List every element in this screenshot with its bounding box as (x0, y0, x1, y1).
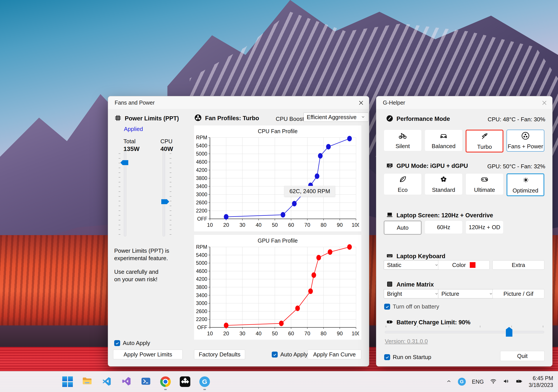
gpu-button-label: Standard (432, 187, 455, 193)
battery-slider-ticks (386, 326, 543, 327)
svg-text:40: 40 (256, 331, 262, 336)
gpu-button-eco[interactable]: Eco (384, 173, 422, 195)
svg-text:3400: 3400 (196, 183, 207, 189)
auto-apply-fan-checkbox[interactable]: Auto Apply (272, 351, 308, 358)
battery-charge-heading: Battery Charge Limit: 90% (396, 319, 471, 326)
gpu-temp-fan-status: GPU: 50°C - Fan: 32% (487, 163, 545, 170)
taskbar-icon-diamonds-app[interactable] (179, 376, 191, 387)
windows-start-icon (62, 376, 73, 387)
svg-text:80: 80 (321, 222, 327, 228)
cpu-fan-chart[interactable]: CPU Fan Profile 102030405060708090100OFF… (194, 125, 361, 231)
taskbar-icon-file-explorer[interactable] (81, 376, 93, 387)
svg-text:4600: 4600 (196, 268, 207, 274)
speaker-icon[interactable] (503, 378, 509, 385)
keyboard-mode-dropdown[interactable]: Static (384, 260, 442, 270)
total-power-slider[interactable] (118, 152, 132, 236)
screen-button-label: Auto (397, 224, 409, 231)
close-icon (541, 100, 548, 107)
cpu-fan-curve-plot[interactable]: 102030405060708090100OFF2200260030003400… (196, 134, 359, 229)
ghelper-close-button[interactable] (539, 98, 550, 108)
version-link[interactable]: Version: 0.31.0.0 (385, 338, 428, 345)
performance-mode-header: Performance Mode (386, 115, 450, 123)
performance-button-silent[interactable]: Silent (384, 130, 422, 151)
auto-apply-power-checkbox[interactable]: Auto Apply (114, 340, 150, 347)
svg-text:OFF: OFF (197, 325, 207, 330)
svg-text:5400: 5400 (196, 252, 207, 258)
picture-gif-button[interactable]: Picture / Gif (492, 289, 544, 298)
keyboard-mode-value: Static (387, 262, 435, 268)
performance-button-turbo[interactable]: Turbo (466, 130, 503, 152)
gpu-button-ultimate[interactable]: Ultimate (466, 173, 503, 195)
ghelper-titlebar[interactable]: G-Helper (376, 96, 552, 109)
cpu-power-slider[interactable] (158, 152, 172, 236)
gpu-fan-chart[interactable]: GPU Fan Profile 102030405060708090100OFF… (194, 235, 361, 340)
gpu-button-standard[interactable]: Standard (425, 173, 462, 195)
checkbox-checked-icon (384, 354, 390, 360)
taskbar-icon-vscode[interactable] (101, 376, 113, 387)
svg-text:30: 30 (239, 331, 245, 336)
gpu-button-optimized[interactable]: Optimized (506, 173, 544, 196)
gpu-fan-curve-plot[interactable]: 102030405060708090100OFF2200260030003400… (196, 244, 359, 337)
total-power-slider-thumb[interactable] (120, 160, 128, 165)
gpu-mode-buttons: Eco Standard Ultimate Optimized (384, 173, 544, 196)
screen-button-60hz[interactable]: 60Hz (425, 221, 462, 234)
chevron-down-icon (361, 114, 365, 121)
factory-defaults-button[interactable]: Factory Defaults (194, 350, 245, 359)
total-label: Total (123, 138, 136, 145)
cpu-boost-dropdown[interactable]: Efficient Aggressive (303, 112, 368, 122)
battery-charging-icon[interactable] (515, 378, 523, 386)
cpu-slider-ticks (170, 153, 171, 235)
anime-brightness-dropdown[interactable]: Bright (384, 289, 442, 298)
fans-window-titlebar[interactable]: Fans and Power (108, 96, 369, 109)
keyboard-extra-button[interactable]: Extra (492, 260, 544, 270)
tray-chevron-up-icon[interactable] (446, 378, 452, 385)
performance-button-fans-power[interactable]: Fans + Power (506, 130, 544, 152)
fan-profiles-header: Fan Profiles: Turbo (194, 114, 259, 123)
fans-close-button[interactable] (356, 98, 366, 108)
taskbar-icon-ghelper[interactable]: G (199, 376, 210, 387)
cpu-label: CPU (160, 138, 173, 145)
screen-button-auto[interactable]: Auto (384, 221, 422, 235)
file-explorer-icon (82, 376, 93, 388)
keyboard-color-label: Color (452, 262, 466, 268)
run-on-startup-checkbox[interactable]: Run on Startup (384, 354, 431, 361)
battery-slider-thumb[interactable] (506, 327, 513, 337)
taskbar-icon-powershell[interactable] (140, 376, 152, 387)
quit-button[interactable]: Quit (500, 351, 545, 361)
gpu-chart-title: GPU Fan Profile (194, 238, 361, 244)
chrome-icon (160, 376, 171, 387)
svg-text:2200: 2200 (196, 208, 207, 214)
warning-line-4: on your own risk! (114, 275, 189, 283)
svg-text:3800: 3800 (196, 284, 207, 290)
performance-button-balanced[interactable]: Balanced (425, 130, 462, 151)
svg-text:100: 100 (352, 331, 359, 336)
performance-mode-heading: Performance Mode (396, 116, 450, 122)
svg-text:20: 20 (223, 331, 229, 336)
turn-off-on-battery-checkbox[interactable]: Turn off on battery (384, 303, 439, 310)
svg-text:4600: 4600 (196, 159, 207, 165)
svg-text:4200: 4200 (196, 276, 207, 282)
taskbar-icon-chrome[interactable] (160, 376, 171, 387)
cpu-power-slider-thumb[interactable] (161, 199, 169, 204)
svg-text:80: 80 (321, 331, 327, 336)
gpu-mode-header: GPU Mode: iGPU + dGPU (386, 162, 468, 170)
keyboard-color-button[interactable]: Color (438, 260, 489, 270)
cpu-slider-track[interactable] (163, 152, 165, 236)
tray-language[interactable]: ENG (472, 379, 484, 385)
battery-slider-track[interactable] (385, 331, 544, 333)
taskbar-icon-visual-studio[interactable] (121, 376, 132, 387)
wifi-icon[interactable] (490, 378, 497, 385)
vscode-icon (102, 376, 112, 387)
apply-fan-curve-button[interactable]: Apply Fan Curve (308, 350, 361, 359)
anime-mode-value: Picture (441, 291, 489, 297)
apply-power-limits-button[interactable]: Apply Power Limits (113, 350, 183, 359)
tray-ghelper-icon[interactable]: G (458, 378, 466, 386)
battery-charge-slider[interactable] (385, 326, 544, 337)
gamepad-icon (480, 175, 489, 185)
taskbar-icon-start[interactable] (62, 376, 73, 387)
checkbox-checked-icon (114, 340, 120, 346)
screen-button-label: 60Hz (437, 224, 450, 231)
anime-mode-dropdown[interactable]: Picture (438, 289, 496, 298)
tray-clock[interactable]: 6:45 PM 3/18/2023 (529, 375, 553, 389)
screen-button-120hz-od[interactable]: 120Hz + OD (466, 221, 503, 234)
